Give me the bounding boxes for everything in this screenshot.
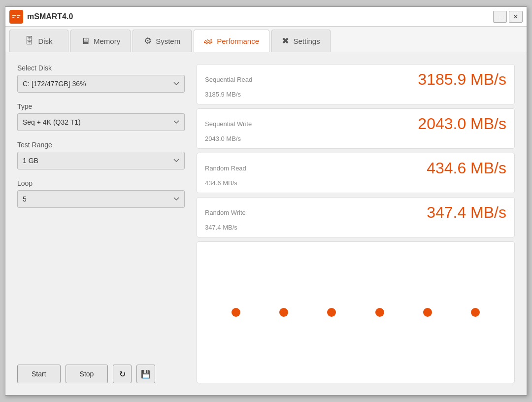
loop-dropdown[interactable]: 5 — [17, 190, 185, 208]
app-logo — [9, 10, 23, 24]
tab-performance-label: Performance — [217, 37, 259, 45]
type-dropdown[interactable]: Seq + 4K (Q32 T1) — [17, 113, 185, 131]
stop-button[interactable]: Stop — [66, 365, 108, 383]
seq-write-card: Sequential Write 2043.0 MB/s 2043.0 MB/s — [197, 108, 515, 149]
seq-read-label: Sequential Read — [205, 76, 252, 83]
rand-write-label: Random Write — [205, 209, 246, 216]
svg-rect-3 — [17, 17, 19, 18]
loop-label: Loop — [17, 179, 185, 187]
save-icon: 💾 — [141, 369, 151, 379]
tab-system-label: System — [156, 37, 180, 45]
test-range-label: Test Range — [17, 141, 185, 149]
dot-3 — [327, 308, 336, 317]
dot-4 — [375, 308, 384, 317]
rand-read-card: Random Read 434.6 MB/s 434.6 MB/s — [197, 153, 515, 193]
tab-bar: 🗄 Disk 🖥 Memory ⚙ System 🏎 Performance ✖… — [5, 27, 527, 52]
seq-read-card: Sequential Read 3185.9 MB/s 3185.9 MB/s — [197, 64, 515, 104]
memory-icon: 🖥 — [81, 36, 90, 46]
select-disk-dropdown[interactable]: C: [172/477GB] 36% — [17, 75, 185, 93]
system-icon: ⚙ — [144, 35, 152, 46]
tab-disk-label: Disk — [38, 37, 52, 45]
seq-write-value-small: 2043.0 MB/s — [205, 135, 506, 142]
type-group: Type Seq + 4K (Q32 T1) — [17, 102, 185, 131]
rand-read-value-large: 434.6 MB/s — [427, 159, 506, 177]
tab-settings-label: Settings — [293, 37, 320, 45]
rand-read-label: Random Read — [205, 165, 246, 172]
type-label: Type — [17, 102, 185, 110]
title-bar: mSMART4.0 — ✕ — [5, 7, 527, 27]
seq-read-header: Sequential Read 3185.9 MB/s — [205, 70, 506, 89]
rand-write-value-large: 347.4 MB/s — [427, 203, 506, 222]
loop-group: Loop 5 — [17, 179, 185, 208]
tab-performance[interactable]: 🏎 Performance — [194, 30, 269, 52]
refresh-button[interactable]: ↻ — [113, 365, 132, 383]
test-range-dropdown[interactable]: 1 GB — [17, 152, 185, 169]
rand-write-value-small: 347.4 MB/s — [205, 224, 506, 231]
title-bar-controls: — ✕ — [493, 11, 523, 23]
seq-read-value-small: 3185.9 MB/s — [205, 91, 506, 98]
dot-2 — [279, 308, 288, 317]
refresh-icon: ↻ — [119, 369, 126, 379]
rand-write-header: Random Write 347.4 MB/s — [205, 203, 506, 222]
left-panel: Select Disk C: [172/477GB] 36% Type Seq … — [17, 64, 185, 383]
button-row: Start Stop ↻ 💾 — [17, 355, 185, 383]
close-button[interactable]: ✕ — [509, 11, 523, 23]
seq-write-label: Sequential Write — [205, 120, 252, 128]
minimize-button[interactable]: — — [493, 11, 507, 23]
settings-icon: ✖ — [282, 35, 289, 46]
main-content: Select Disk C: [172/477GB] 36% Type Seq … — [5, 52, 527, 395]
svg-rect-2 — [17, 15, 21, 16]
svg-rect-1 — [12, 17, 15, 18]
seq-write-value-large: 2043.0 MB/s — [418, 115, 506, 133]
start-button[interactable]: Start — [17, 365, 61, 383]
performance-icon: 🏎 — [204, 36, 213, 46]
right-panel: Sequential Read 3185.9 MB/s 3185.9 MB/s … — [197, 64, 515, 383]
rand-read-header: Random Read 434.6 MB/s — [205, 159, 506, 177]
title-bar-left: mSMART4.0 — [9, 10, 73, 24]
dot-5 — [423, 308, 432, 317]
rand-write-card: Random Write 347.4 MB/s 347.4 MB/s — [197, 197, 515, 237]
disk-icon: 🗄 — [25, 36, 34, 46]
select-disk-label: Select Disk — [17, 64, 185, 72]
tab-memory[interactable]: 🖥 Memory — [70, 30, 131, 52]
main-window: mSMART4.0 — ✕ 🗄 Disk 🖥 Memory ⚙ System 🏎… — [5, 6, 527, 396]
tab-disk[interactable]: 🗄 Disk — [9, 30, 68, 52]
svg-rect-0 — [12, 15, 16, 16]
rand-read-value-small: 434.6 MB/s — [205, 179, 506, 187]
tab-system[interactable]: ⚙ System — [133, 30, 192, 52]
tab-settings[interactable]: ✖ Settings — [271, 30, 331, 52]
seq-write-header: Sequential Write 2043.0 MB/s — [205, 115, 506, 133]
select-disk-group: Select Disk C: [172/477GB] 36% — [17, 64, 185, 93]
tab-memory-label: Memory — [94, 37, 120, 45]
dot-6 — [471, 308, 480, 317]
save-button[interactable]: 💾 — [136, 365, 155, 383]
app-title: mSMART4.0 — [27, 12, 73, 21]
seq-read-value-large: 3185.9 MB/s — [418, 70, 506, 89]
dots-card — [197, 241, 515, 383]
dot-1 — [232, 308, 240, 317]
test-range-group: Test Range 1 GB — [17, 141, 185, 169]
